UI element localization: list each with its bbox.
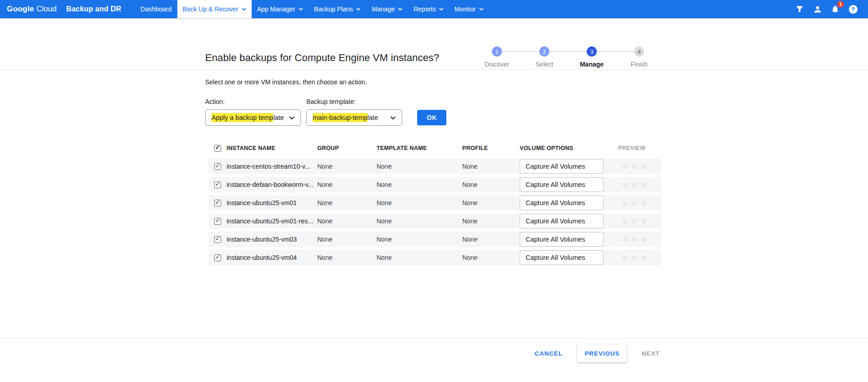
template-cell: None xyxy=(377,236,462,243)
row-checkbox[interactable] xyxy=(214,163,221,170)
nav-item-backup-plans[interactable]: Backup Plans xyxy=(309,0,367,18)
footer-divider xyxy=(0,338,868,339)
wizard-header: Enable backups for Compute Engine VM ins… xyxy=(0,18,868,69)
backup-template-select[interactable]: main-backup-template xyxy=(306,109,402,126)
brand: Google Cloud Backup and DR xyxy=(0,0,121,18)
volume-options-select[interactable]: Capture All Volumes xyxy=(520,196,604,210)
preview-dot xyxy=(632,219,637,224)
user-icon[interactable] xyxy=(812,4,822,14)
template-cell: None xyxy=(377,217,462,225)
step-number: 1 xyxy=(492,46,502,57)
highlighted-text: main-backup-temp xyxy=(313,113,367,122)
row-checkbox[interactable] xyxy=(214,254,221,261)
vm-instances-table: INSTANCE NAME GROUP TEMPLATE NAME PROFIL… xyxy=(209,142,661,268)
preview-dot xyxy=(632,201,637,206)
volume-options-select[interactable]: Capture All Volumes xyxy=(520,250,604,265)
volume-options-select[interactable]: Capture All Volumes xyxy=(520,159,604,174)
action-value-rest: late xyxy=(273,114,284,121)
notifications-icon[interactable]: 1 xyxy=(830,4,840,14)
instruction-text: Select one or more VM instances, then ch… xyxy=(205,78,367,86)
row-checkbox[interactable] xyxy=(214,218,221,225)
nav-item-app-manager[interactable]: App Manager xyxy=(252,0,309,18)
table-row: instance-ubuntu25-vm01-res... None None … xyxy=(209,213,661,229)
group-cell: None xyxy=(317,236,377,243)
row-checkbox[interactable] xyxy=(214,236,221,243)
preview-dot xyxy=(632,164,637,169)
top-nav: Google Cloud Backup and DR Dashboard Bac… xyxy=(0,0,868,18)
chevron-down-icon xyxy=(242,8,246,10)
previous-button[interactable]: PREVIOUS xyxy=(577,345,627,362)
preview-dots xyxy=(618,164,661,169)
cancel-button[interactable]: CANCEL xyxy=(534,347,564,360)
profile-cell: None xyxy=(462,217,520,225)
instance-name-cell: instance-ubuntu25-vm03 xyxy=(227,236,317,243)
row-checkbox[interactable] xyxy=(214,200,221,206)
page-title: Enable backups for Compute Engine VM ins… xyxy=(205,52,439,64)
step-label: Manage xyxy=(580,61,604,68)
profile-cell: None xyxy=(462,254,520,261)
wizard-stepper: 1 Discover 2 Select 3 Manage 4 Finish xyxy=(473,46,665,68)
nav-item-label: Reports xyxy=(413,5,436,13)
preview-dot xyxy=(632,182,637,187)
filter-icon[interactable] xyxy=(795,4,805,14)
instance-name-cell: instance-debian-bookworm-v... xyxy=(227,181,317,188)
step-label: Select xyxy=(536,61,553,68)
google-logo: Google xyxy=(7,5,34,14)
nav-item-monitor[interactable]: Monitor xyxy=(449,0,489,18)
preview-dots xyxy=(618,201,661,206)
row-checkbox[interactable] xyxy=(214,181,221,188)
nav-item-label: Back Up & Recover xyxy=(183,5,238,13)
template-cell: None xyxy=(377,199,462,206)
table-row: instance-debian-bookworm-v... None None … xyxy=(209,177,661,192)
nav-item-label: Dashboard xyxy=(140,5,172,13)
step-manage: 3 Manage xyxy=(568,46,615,68)
table-row: instance-ubuntu25-vm04 None None None Ca… xyxy=(209,250,661,265)
volume-options-select[interactable]: Capture All Volumes xyxy=(520,232,604,247)
preview-dot xyxy=(641,219,646,224)
action-label: Action: xyxy=(205,98,225,105)
column-header-template-name: TEMPLATE NAME xyxy=(377,145,462,151)
next-button[interactable]: NEXT xyxy=(641,347,661,360)
preview-dot xyxy=(622,201,627,206)
preview-dot xyxy=(622,237,627,242)
volume-options-select[interactable]: Capture All Volumes xyxy=(520,214,604,228)
help-icon[interactable]: ? xyxy=(848,4,858,14)
chevron-down-icon xyxy=(356,8,361,10)
group-cell: None xyxy=(317,163,377,170)
chevron-down-icon xyxy=(390,116,396,119)
step-discover: 1 Discover xyxy=(473,46,521,68)
backup-template-label: Backup template: xyxy=(306,98,356,105)
instance-name-cell: instance-ubuntu25-vm01 xyxy=(227,199,317,206)
action-select-value: Apply a backup template xyxy=(212,114,284,121)
chevron-down-icon xyxy=(299,8,303,10)
template-select-value: main-backup-template xyxy=(313,114,378,121)
nav-item-reports[interactable]: Reports xyxy=(408,0,449,18)
template-cell: None xyxy=(377,254,462,261)
step-number: 3 xyxy=(587,46,597,57)
nav-item-dashboard[interactable]: Dashboard xyxy=(135,0,177,18)
person-icon xyxy=(813,5,822,14)
instance-name-cell: instance-centos-stream10-v... xyxy=(227,163,317,170)
group-cell: None xyxy=(317,181,377,188)
preview-dot xyxy=(641,201,646,206)
nav-item-backup-recover[interactable]: Back Up & Recover xyxy=(177,0,252,18)
nav-item-manage[interactable]: Manage xyxy=(366,0,408,18)
step-select: 2 Select xyxy=(521,46,568,68)
step-label: Finish xyxy=(630,61,647,68)
select-all-checkbox[interactable] xyxy=(214,145,221,152)
preview-dot xyxy=(641,182,646,187)
template-cell: None xyxy=(377,181,462,188)
question-mark-icon: ? xyxy=(849,5,858,14)
nav-item-label: Monitor xyxy=(455,5,476,13)
template-cell: None xyxy=(377,163,462,170)
table-row: instance-ubuntu25-vm01 None None None Ca… xyxy=(209,195,661,211)
nav-item-label: Manage xyxy=(372,5,395,13)
volume-options-select[interactable]: Capture All Volumes xyxy=(520,177,604,192)
nav-menu: Dashboard Back Up & Recover App Manager … xyxy=(135,0,489,18)
product-name: Backup and DR xyxy=(66,5,121,13)
action-select[interactable]: Apply a backup template xyxy=(205,109,301,126)
ok-button[interactable]: OK xyxy=(417,110,446,125)
chevron-down-icon xyxy=(289,116,294,119)
notification-badge: 1 xyxy=(837,1,844,8)
nav-icons: 1 ? xyxy=(795,0,868,18)
